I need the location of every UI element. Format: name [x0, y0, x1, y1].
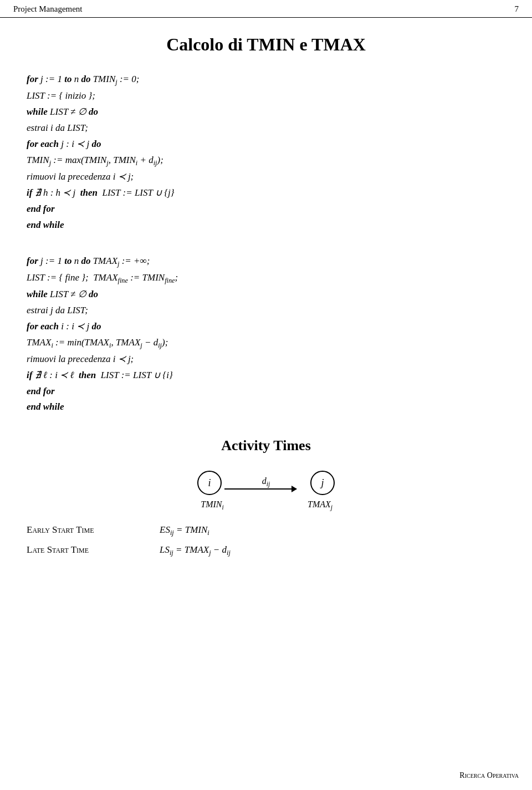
algo2-line3: while LIST ≠ ∅ do [27, 287, 505, 303]
node-j: j [310, 471, 335, 495]
node-i: i [197, 471, 222, 495]
algo2-line10: end while [27, 399, 505, 415]
algo2-line2: LIST := { fine }; TMAXfine := TMINfine; [27, 270, 505, 287]
algo1-line10: end while [27, 217, 505, 233]
node-labels-row: TMINi TMAXj [200, 500, 332, 511]
algo1-line3: while LIST ≠ ∅ do [27, 104, 505, 120]
activity-times-table: Early Start Time ESij = TMINi Late Start… [27, 522, 505, 559]
activity-times-title: Activity Times [27, 437, 505, 454]
algo1-line8: if ∄ h : h ≺ j then LIST := LIST ∪ {j} [27, 185, 505, 201]
algo1-line6: TMINj := max(TMINj, TMINi + dij); [27, 152, 505, 169]
algorithm2: for j := 1 to n do TMAXj := +∞; LIST := … [27, 253, 505, 416]
header-title: Project Management [13, 4, 83, 14]
page-footer: Ricerca Operativa [459, 771, 519, 780]
diagram-node-row: i dij j [197, 471, 335, 495]
algo1-line2: LIST := { inizio }; [27, 88, 505, 104]
page-number: 7 [515, 4, 519, 14]
algo2-line4: estrai j da LIST; [27, 303, 505, 319]
algo1-line7: rimuovi la precedenza i ≺ j; [27, 169, 505, 185]
algo2-line5: for each i : i ≺ j do [27, 319, 505, 335]
section-gap [27, 239, 505, 253]
arrow-container [224, 488, 308, 490]
main-content: Calcolo di TMIN e TMAX for j := 1 to n d… [0, 18, 532, 575]
early-start-label: Early Start Time [27, 522, 160, 539]
algo2-line1: for j := 1 to n do TMAXj := +∞; [27, 253, 505, 270]
algo1-line9: end for [27, 201, 505, 217]
main-title: Calcolo di TMIN e TMAX [27, 34, 505, 55]
tmax-label: TMAXj [308, 500, 332, 511]
tmin-label: TMINi [200, 500, 224, 511]
late-start-row: Late Start Time LSij = TMAXj − dij [27, 542, 505, 559]
early-start-formula: ESij = TMINi [160, 522, 209, 539]
activity-diagram: i dij j TMINi [27, 471, 505, 511]
algo2-line8: if ∄ ℓ : i ≺ ℓ then LIST := LIST ∪ {i} [27, 368, 505, 384]
algo2-line9: end for [27, 384, 505, 400]
algo1-line4: estrai i da LIST; [27, 120, 505, 136]
late-start-formula: LSij = TMAXj − dij [160, 542, 231, 559]
early-start-row: Early Start Time ESij = TMINi [27, 522, 505, 539]
page-header: Project Management 7 [0, 0, 532, 18]
algo2-line7: rimuovi la precedenza i ≺ j; [27, 351, 505, 368]
algorithm1: for j := 1 to n do TMINj := 0; LIST := {… [27, 72, 505, 233]
arrow-dij: dij [222, 476, 310, 490]
arrow-shaft [224, 488, 296, 490]
arrowhead [291, 486, 297, 492]
algo1-line5: for each j : i ≺ j do [27, 136, 505, 152]
late-start-label: Late Start Time [27, 542, 160, 559]
algo1-line1: for j := 1 to n do TMINj := 0; [27, 72, 505, 88]
edge-label: dij [262, 476, 270, 487]
algo2-line6: TMAXi := min(TMAXi, TMAXj − dij); [27, 335, 505, 351]
